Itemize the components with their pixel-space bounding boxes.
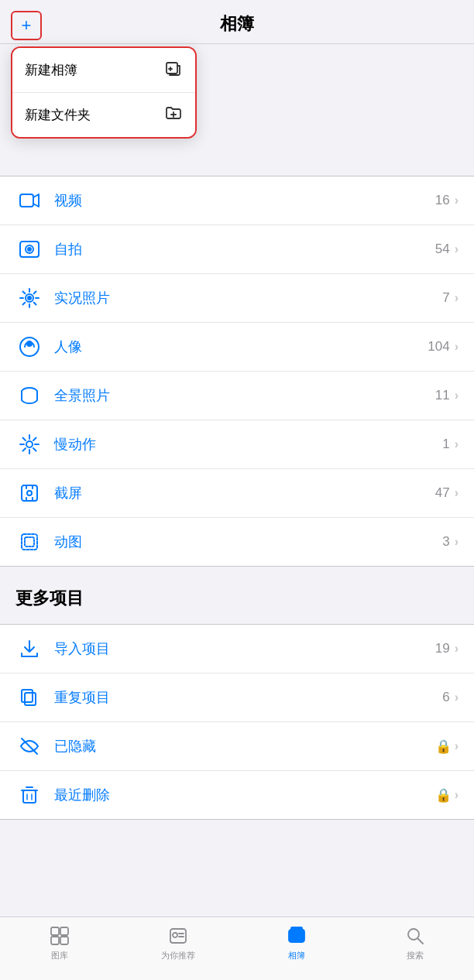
- item-label: 导入项目: [54, 639, 435, 658]
- new-album-icon: [164, 59, 183, 81]
- item-label: 慢动作: [54, 435, 442, 454]
- foryou-icon: [167, 925, 190, 947]
- tab-label: 搜索: [407, 950, 424, 961]
- media-types-list: 视频 16 › 自拍 54 ›: [0, 176, 474, 567]
- animated-icon: [15, 528, 43, 556]
- tab-label: 为你推荐: [161, 950, 195, 961]
- svg-line-17: [34, 292, 36, 294]
- chevron-icon: ›: [455, 291, 459, 305]
- item-label: 自拍: [54, 240, 435, 259]
- new-album-item[interactable]: 新建相簿: [12, 48, 195, 93]
- tab-bar: 图库 为你推荐 相簿 搜索: [0, 917, 474, 980]
- svg-line-29: [23, 448, 26, 451]
- list-item[interactable]: 已隐藏 🔒 ›: [0, 722, 474, 771]
- svg-rect-43: [51, 937, 59, 944]
- svg-rect-30: [22, 485, 37, 501]
- svg-point-31: [27, 491, 32, 495]
- item-label: 最近删除: [54, 786, 435, 804]
- tab-albums[interactable]: 相簿: [266, 925, 328, 961]
- live-photo-icon: [15, 284, 43, 312]
- svg-rect-49: [289, 930, 304, 942]
- lock-icon: 🔒: [435, 787, 452, 804]
- chevron-icon: ›: [455, 486, 459, 500]
- chevron-icon: ›: [455, 739, 459, 753]
- list-item[interactable]: 实况照片 7 ›: [0, 274, 474, 323]
- portrait-icon: [15, 333, 43, 361]
- new-folder-label: 新建文件夹: [25, 106, 91, 124]
- chevron-icon: ›: [455, 437, 459, 451]
- item-label: 实况照片: [54, 289, 442, 307]
- svg-line-26: [23, 438, 26, 441]
- chevron-icon: ›: [455, 242, 459, 256]
- new-folder-item[interactable]: 新建文件夹: [12, 93, 195, 137]
- item-label: 重复项目: [54, 688, 442, 707]
- item-label: 全景照片: [54, 386, 435, 405]
- item-count: 11: [435, 388, 450, 403]
- list-item[interactable]: 重复项目 6 ›: [0, 673, 474, 722]
- chevron-icon: ›: [455, 642, 459, 656]
- import-icon: [15, 635, 43, 663]
- tab-label: 图库: [51, 950, 68, 961]
- more-section-title: 更多项目: [0, 567, 474, 616]
- svg-point-10: [28, 296, 31, 300]
- list-item[interactable]: 截屏 47 ›: [0, 469, 474, 518]
- item-count: 6: [442, 690, 449, 705]
- tab-search[interactable]: 搜索: [384, 925, 446, 961]
- library-icon: [48, 925, 71, 947]
- item-count: 19: [435, 641, 450, 656]
- lock-icon: 🔒: [435, 738, 452, 755]
- item-label: 视频: [54, 191, 435, 210]
- svg-rect-33: [25, 537, 34, 547]
- item-count: 47: [435, 485, 450, 501]
- list-item[interactable]: 导入项目 19 ›: [0, 625, 474, 673]
- chevron-icon: ›: [455, 690, 459, 704]
- svg-rect-5: [20, 194, 33, 207]
- new-album-label: 新建相簿: [25, 61, 77, 79]
- svg-line-18: [23, 303, 26, 305]
- item-count: 3: [442, 534, 449, 550]
- svg-rect-41: [51, 927, 59, 935]
- svg-point-21: [26, 441, 33, 447]
- list-item[interactable]: 人像 104 ›: [0, 323, 474, 372]
- svg-line-27: [33, 448, 36, 451]
- item-count: 1: [442, 437, 449, 452]
- item-label: 已隐藏: [54, 737, 435, 756]
- tab-label: 相簿: [288, 950, 305, 961]
- screenshot-icon: [15, 479, 43, 507]
- item-count: 16: [435, 193, 450, 208]
- tab-library[interactable]: 图库: [29, 925, 91, 961]
- svg-point-20: [27, 341, 32, 346]
- svg-rect-0: [167, 63, 177, 74]
- chevron-icon: ›: [455, 389, 459, 403]
- albums-icon: [285, 925, 308, 947]
- list-item[interactable]: 动图 3 ›: [0, 518, 474, 566]
- svg-rect-50: [291, 927, 302, 930]
- svg-line-28: [33, 438, 36, 441]
- list-item[interactable]: 最近删除 🔒 ›: [0, 771, 474, 819]
- video-icon: [15, 187, 43, 214]
- list-item[interactable]: 视频 16 ›: [0, 176, 474, 225]
- item-label: 人像: [54, 338, 428, 356]
- list-item[interactable]: 全景照片 11 ›: [0, 372, 474, 420]
- list-item[interactable]: 慢动作 1 ›: [0, 420, 474, 469]
- tab-foryou[interactable]: 为你推荐: [147, 925, 209, 961]
- chevron-icon: ›: [455, 194, 459, 207]
- header: + 相簿: [0, 0, 474, 44]
- item-count: 54: [435, 242, 450, 257]
- add-button[interactable]: +: [11, 11, 42, 40]
- list-item[interactable]: 自拍 54 ›: [0, 225, 474, 274]
- panorama-icon: [15, 382, 43, 409]
- item-count: 7: [442, 290, 449, 306]
- item-label: 截屏: [54, 484, 435, 502]
- chevron-icon: ›: [455, 535, 459, 549]
- chevron-icon: ›: [455, 788, 459, 802]
- media-types-section: 视频 16 › 自拍 54 ›: [0, 176, 474, 567]
- svg-rect-34: [25, 693, 36, 705]
- svg-point-46: [173, 933, 177, 937]
- plus-icon: +: [22, 17, 32, 34]
- svg-line-15: [23, 292, 26, 294]
- svg-rect-37: [23, 790, 36, 803]
- svg-rect-35: [22, 690, 33, 702]
- chevron-icon: ›: [455, 340, 459, 354]
- dropdown-menu: 新建相簿 新建文件夹: [11, 46, 197, 139]
